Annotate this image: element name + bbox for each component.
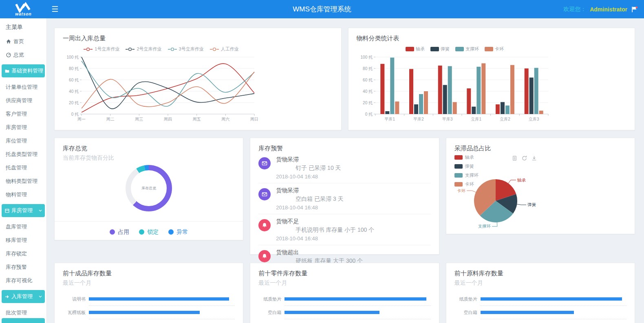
card-title: 前十原料库存数量 bbox=[454, 270, 626, 277]
svg-text:平库3: 平库3 bbox=[442, 117, 452, 121]
card-title: 库存总览 bbox=[63, 145, 235, 152]
sidebar-item-label: 库房管理 bbox=[6, 124, 27, 131]
sidebar-item[interactable]: 批次管理 bbox=[0, 306, 46, 319]
sidebar-section-title: 主菜单 bbox=[0, 21, 46, 35]
legend-item[interactable]: 支撑环 bbox=[455, 46, 479, 52]
card-inventory-alerts: 库存预警 货物呆滞钉子 已呆滞 10 天2018-10-04 16:48货物呆滞… bbox=[250, 138, 439, 255]
card-top-raw: 前十原料库存数量 最近一个月 纸质垫片空白箱彩卡说明书 bbox=[446, 263, 635, 323]
hbar-track bbox=[285, 306, 430, 319]
sidebar-item-label: 移库管理 bbox=[6, 237, 27, 244]
legend-item[interactable]: 3号立库作业 bbox=[168, 46, 204, 52]
envelope-icon bbox=[258, 188, 271, 200]
alert-item[interactable]: 货物不足手机说明书 库存量 小于 100 个2018-10-04 16:48 bbox=[258, 214, 430, 245]
sidebar-item[interactable]: 物料类型管理 bbox=[0, 174, 46, 188]
sidebar-item[interactable]: 总览 bbox=[0, 48, 46, 62]
sidebar-item-label: 总览 bbox=[13, 51, 24, 59]
sidebar-item[interactable]: 托盘类型管理 bbox=[0, 147, 46, 161]
legend-item[interactable]: 轴承 bbox=[406, 46, 425, 52]
legend-item[interactable]: 占用 bbox=[110, 229, 129, 236]
save-image-icon[interactable] bbox=[531, 155, 537, 161]
svg-text:立库2: 立库2 bbox=[500, 117, 510, 121]
legend-item[interactable]: 弹簧 bbox=[454, 163, 479, 169]
donut-chart-area: 库存总览 bbox=[63, 162, 235, 221]
sidebar-item[interactable]: 库位管理 bbox=[0, 134, 46, 147]
legend-item[interactable]: 异常 bbox=[168, 229, 188, 236]
hbar-track bbox=[481, 319, 626, 323]
sidebar-item[interactable]: 供应商管理 bbox=[0, 94, 46, 107]
bar-chart-legend: 轴承弹簧支撑环卡环 bbox=[357, 46, 553, 52]
sidebar-item[interactable]: 库存可视化 bbox=[0, 274, 46, 287]
hbar-track bbox=[481, 306, 626, 319]
legend-item[interactable]: 人工作业 bbox=[210, 46, 239, 52]
hbar-row: 瓦楞纸板 bbox=[63, 306, 235, 319]
alert-body: 货物呆滞空白箱 已呆滞 3 天2018-10-04 16:48 bbox=[276, 187, 430, 211]
sidebar-item[interactable]: 物料管理 bbox=[0, 188, 46, 201]
card-stagnant-ratio: 呆滞品总占比 轴承弹簧支撑环卡环 轴承弹簧支撑环卡环 bbox=[446, 138, 635, 234]
svg-text:0 托: 0 托 bbox=[71, 112, 79, 116]
sidebar-item-partial[interactable] bbox=[2, 318, 45, 323]
svg-text:0 托: 0 托 bbox=[365, 112, 373, 116]
svg-text:周六: 周六 bbox=[221, 117, 229, 121]
alert-item[interactable]: 货物呆滞钉子 已呆滞 10 天2018-10-04 16:48 bbox=[258, 152, 430, 183]
dashboard-content: 一周出入库总量 1号立库作业2号立库作业3号立库作业人工作业 0 托20 托40… bbox=[47, 18, 644, 323]
hbar-row: 彩卡 bbox=[454, 319, 626, 323]
svg-text:平库1: 平库1 bbox=[384, 117, 395, 121]
gauge-icon bbox=[6, 52, 11, 58]
sidebar-item-label: 库存锁定 bbox=[6, 250, 27, 257]
sidebar-group-item[interactable]: 入库管理 bbox=[2, 290, 45, 303]
alert-body: 货物呆滞钉子 已呆滞 10 天2018-10-04 16:48 bbox=[276, 156, 430, 180]
card-title: 前十成品库存数量 bbox=[63, 270, 235, 277]
sidebar-item-label: 计量单位管理 bbox=[6, 83, 37, 91]
bell-icon bbox=[258, 250, 271, 262]
top-header: watson ☰ WMS仓库管理系统 欢迎您： Administrator bbox=[0, 0, 644, 18]
sidebar-item[interactable]: 盘库管理 bbox=[0, 220, 46, 233]
svg-text:周日: 周日 bbox=[250, 117, 258, 121]
legend-item[interactable]: 锁定 bbox=[139, 229, 159, 236]
parts-hbar-chart: 纸质垫片空白箱彩卡说明书 bbox=[258, 292, 430, 323]
svg-text:40 托: 40 托 bbox=[69, 89, 79, 94]
hbar-category-label: 说明书 bbox=[63, 296, 89, 302]
card-title: 呆滞品总占比 bbox=[454, 145, 626, 152]
restore-icon[interactable] bbox=[521, 155, 527, 161]
alert-time: 2018-10-04 16:48 bbox=[276, 235, 430, 242]
data-view-icon[interactable] bbox=[512, 155, 518, 161]
alert-time: 2018-10-04 16:48 bbox=[276, 204, 430, 211]
sidebar-item[interactable]: 客户管理 bbox=[0, 107, 46, 121]
sidebar-item-label: 基础资料管理 bbox=[11, 67, 43, 75]
hbar-bar bbox=[285, 311, 379, 314]
sidebar-item[interactable]: 库房管理 bbox=[0, 121, 46, 134]
chevron-down-icon bbox=[38, 208, 43, 213]
sidebar-item[interactable]: 首页 bbox=[0, 35, 46, 48]
legend-item[interactable]: 弹簧 bbox=[430, 46, 450, 52]
sidebar-group-item[interactable]: 基础资料管理 bbox=[2, 64, 45, 77]
sidebar-item-label: 库位管理 bbox=[6, 137, 27, 145]
sidebar-item[interactable]: 计量单位管理 bbox=[0, 80, 46, 94]
sidebar-item-label: 物料管理 bbox=[6, 191, 27, 198]
home-icon bbox=[6, 39, 11, 44]
sidebar-item[interactable]: 托盘管理 bbox=[0, 161, 46, 174]
sidebar-item[interactable]: 库存锁定 bbox=[0, 247, 46, 260]
current-username[interactable]: Administrator bbox=[590, 6, 627, 13]
svg-text:弹簧: 弹簧 bbox=[527, 202, 536, 207]
sidebar-item[interactable]: 移库管理 bbox=[0, 233, 46, 247]
sidebar-item-label: 库存预警 bbox=[6, 264, 27, 271]
sidebar-item-label: 库存可视化 bbox=[6, 277, 32, 284]
sidebar-group-item[interactable]: 库房管理 bbox=[2, 204, 45, 217]
card-title: 前十零件库存数量 bbox=[258, 270, 430, 277]
sidebar-item[interactable]: 库存预警 bbox=[0, 260, 46, 274]
legend-item[interactable]: 2号立库作业 bbox=[125, 46, 161, 52]
notification-flag-icon[interactable] bbox=[631, 6, 638, 13]
svg-text:卡环: 卡环 bbox=[457, 188, 466, 193]
legend-item[interactable]: 卡环 bbox=[485, 46, 504, 52]
legend-item[interactable]: 轴承 bbox=[454, 154, 479, 160]
card-inventory-overview: 库存总览 当前库存货物百分比 库存总览 占用锁定异常 bbox=[54, 138, 243, 240]
legend-item[interactable]: 1号立库作业 bbox=[83, 46, 119, 52]
card-subtitle: 当前库存货物百分比 bbox=[63, 154, 235, 162]
hbar-category-label: 空白箱 bbox=[454, 310, 481, 316]
sidebar-item-label: 入库管理 bbox=[11, 293, 33, 300]
alert-message: 空白箱 已呆滞 3 天 bbox=[276, 196, 430, 203]
sidebar-item-label: 物料类型管理 bbox=[6, 178, 37, 185]
svg-text:100 托: 100 托 bbox=[360, 55, 373, 59]
alert-item[interactable]: 货物呆滞空白箱 已呆滞 3 天2018-10-04 16:48 bbox=[258, 183, 430, 214]
card-top-parts: 前十零件库存数量 最近一个月 纸质垫片空白箱彩卡说明书 bbox=[250, 263, 439, 323]
